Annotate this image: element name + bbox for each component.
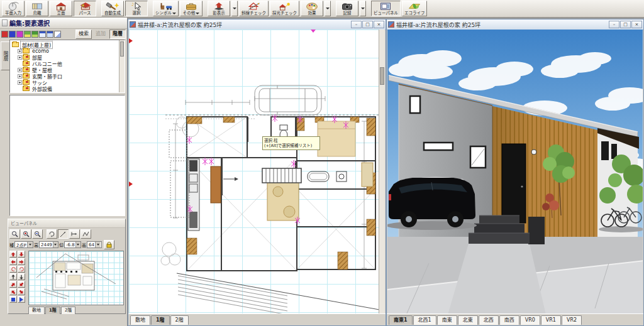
camera-height-select[interactable]: 2449 [39,241,58,248]
zoom-button[interactable] [9,229,20,239]
minimap-canvas[interactable] [28,251,124,305]
camera-rotate-left-button[interactable] [9,266,17,273]
tree-item[interactable]: ecomo [12,48,125,54]
tab-view-nw[interactable]: 北西 [479,315,499,325]
filter-blue-icon[interactable] [9,31,16,38]
tree-scrollbar[interactable] [119,40,125,92]
maximize-button[interactable]: □ [620,21,631,28]
tab-view-vr2[interactable]: VR2 [562,315,582,325]
effect-button[interactable]: 効果 [301,1,323,16]
scrollbar-thumb[interactable] [120,41,124,57]
tree-item[interactable]: 部屋 [12,54,125,60]
auto-generate-button[interactable]: 自動生成 [101,1,124,16]
free-path-button[interactable] [80,229,91,239]
camera-rotate-right-button[interactable] [18,266,25,273]
tab-view-se1[interactable]: 南東1 [389,315,413,325]
tab-view-nw1[interactable]: 北西1 [413,315,436,325]
tab-view-vr1[interactable]: VR1 [541,315,561,325]
pan-button[interactable] [69,229,80,239]
camera-back-button[interactable] [18,273,25,280]
expand-plus-icon[interactable] [18,80,22,85]
lock-button[interactable] [104,240,114,249]
walkthrough-stop-button[interactable] [9,296,17,303]
close-button[interactable]: × [631,21,642,28]
tab-view-sw[interactable]: 南西 [499,315,519,325]
plan-vertical-scrollbar[interactable] [379,30,385,313]
tab-floor1[interactable]: 1階 [45,307,60,314]
tab-view-ne[interactable]: 北東 [458,315,478,325]
camera-tilt-up-button[interactable] [9,281,17,288]
birdview-button[interactable]: 鳥瞰 [26,1,48,16]
zoom-out-button[interactable] [32,229,43,239]
add-button[interactable]: 追加 [92,30,109,39]
camera-right-button[interactable] [18,258,25,265]
slant-check-button[interactable]: 斜線チェック [239,1,269,16]
dropdown-icon[interactable] [95,242,101,247]
tab-floor2[interactable]: 2階 [61,307,75,314]
select-button[interactable]: 選択 [125,1,148,16]
filter-window-icon[interactable] [39,31,46,38]
expand-plus-icon[interactable] [18,55,22,60]
perspective-button[interactable]: パース [74,1,96,16]
filter-window2-icon[interactable] [47,31,53,38]
walkthrough-play-button[interactable] [18,296,25,303]
plan-window-titlebar[interactable]: 福井様-a:片流れ屋根の家 約25坪 – □ × [128,19,386,30]
render-window-titlebar[interactable]: 福井様-a:片流れ屋根の家 約25坪 – □ × [387,19,643,30]
search-button[interactable]: 検索 [75,30,92,39]
tree-item[interactable]: バルコニー他 [12,60,125,67]
dropdown-icon[interactable] [53,242,58,247]
tree-item-root[interactable]: 部材(最上層) [12,41,125,48]
tree-item[interactable]: 外部設備 [12,85,125,92]
elevation-button[interactable]: 立面 [50,1,72,16]
shadow-display-button[interactable]: 影表示 [208,1,230,16]
eco-life-button[interactable]: エコライフ [402,1,428,16]
filter-magenta-icon[interactable] [16,31,23,38]
floor-plan-canvas[interactable]: 選択:柱 (+[Alt]で選択候補リスト) [129,30,385,313]
minimize-button[interactable]: – [609,21,619,28]
tab-site[interactable]: 敷地 [130,315,150,325]
camera-left-button[interactable] [9,258,17,265]
zoom-in-button[interactable] [21,229,31,239]
shadow-display-dropdown-button[interactable] [231,1,238,16]
expand-plus-icon[interactable] [18,68,22,72]
close-button[interactable]: × [374,21,384,28]
minimize-button[interactable]: – [351,21,362,28]
camera-up-button[interactable] [9,251,17,258]
tab-floor2[interactable]: 2階 [170,315,189,325]
tab-view-se[interactable]: 南東 [437,315,457,325]
others-button[interactable]: その他 [180,1,203,16]
view-panel-button[interactable]: ビューパネル [371,1,401,16]
camera-fov-select[interactable]: 64 [87,241,102,248]
camera-pitch-select[interactable]: -6.8 [64,241,81,248]
tab-site[interactable]: 敷地 [28,307,45,314]
filter-red-icon[interactable] [1,31,8,38]
dropdown-icon[interactable] [75,242,80,247]
record-button[interactable]: 記録 [336,1,358,16]
symbol-button[interactable]: シンボル [153,1,179,16]
tree-item[interactable]: 壁・屋根 [12,67,125,73]
maximize-button[interactable]: □ [362,21,373,28]
walk-path-button[interactable] [58,229,69,239]
dropdown-icon[interactable] [27,242,33,247]
tab-floor1[interactable]: 1階 [151,315,170,325]
expand-plus-icon[interactable] [18,49,22,53]
tree-item[interactable]: サッシ [12,79,125,85]
camera-forward-button[interactable] [9,273,17,280]
camera-down-button[interactable] [18,251,25,258]
scrollbar-thumb[interactable] [380,67,384,85]
plan-input-button[interactable]: 平面入力 [2,1,25,16]
camera-pan-right-button[interactable] [18,288,25,295]
filter-export-icon[interactable] [54,31,61,38]
detail-list-box[interactable] [9,95,125,216]
filter-image-icon[interactable] [24,31,31,38]
tree-item[interactable]: 玄関・勝手口 [12,73,125,79]
filter-image2-icon[interactable] [31,31,38,38]
render-3d-canvas[interactable] [387,30,643,313]
camera-type-select[interactable]: 2点P [14,241,33,248]
camera-tilt-down-button[interactable] [18,281,25,288]
tab-view-vr0[interactable]: VR0 [520,315,540,325]
layer-vertical-tab[interactable]: 階層 [1,41,10,70]
record-dropdown-button[interactable] [360,1,366,16]
layer-button[interactable]: 階層 [109,30,126,39]
daylight-check-button[interactable]: 採光チェック [270,1,299,16]
